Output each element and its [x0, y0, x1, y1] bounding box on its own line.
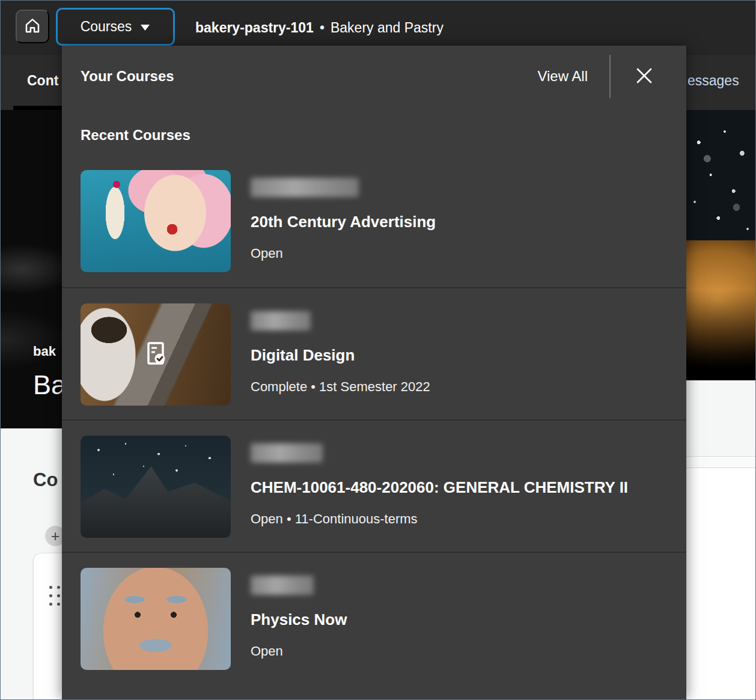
close-icon	[633, 65, 655, 88]
courses-button-label: Courses	[81, 19, 132, 35]
course-banner-right	[686, 110, 756, 380]
course-status: Open	[251, 246, 436, 261]
page-background-strip	[686, 380, 756, 457]
panel-title: Your Courses	[81, 68, 537, 85]
course-row-digital-design[interactable]: Digital Design Complete • 1st Semester 2…	[62, 287, 686, 419]
course-info: 20th Century Advertising Open	[251, 170, 436, 287]
breadcrumb-course-name: Bakery and Pastry	[331, 20, 444, 36]
course-title: 20th Century Advertising	[251, 212, 436, 232]
redacted-instructor-name	[251, 311, 311, 330]
course-thumbnail-advertising	[81, 170, 231, 272]
course-status: Open • 11-Continuous-terms	[251, 511, 628, 527]
course-info: Digital Design Complete • 1st Semester 2…	[251, 303, 430, 419]
redacted-instructor-name	[251, 178, 359, 197]
course-row-20th-century-advertising[interactable]: 20th Century Advertising Open	[62, 155, 686, 287]
tab-messages-partial[interactable]: essages	[687, 55, 739, 106]
drag-handle-icon[interactable]	[49, 586, 60, 606]
header-divider	[609, 55, 611, 98]
course-title: CHEM-10061-480-202060: GENERAL CHEMISTRY…	[251, 477, 628, 498]
course-title: Physics Now	[251, 609, 347, 630]
courses-dropdown-panel: Your Courses View All Recent Courses 20t…	[62, 46, 686, 700]
view-all-link[interactable]: View All	[537, 68, 588, 85]
course-thumbnail-coffee-notebook	[81, 303, 231, 406]
course-title: Digital Design	[251, 345, 430, 365]
home-button[interactable]	[16, 10, 49, 43]
course-info: CHEM-10061-480-202060: GENERAL CHEMISTRY…	[251, 436, 628, 552]
active-tab-underline	[13, 106, 62, 110]
caret-down-icon	[140, 19, 150, 35]
breadcrumb-course-id: bakery-pastry-101	[195, 20, 314, 36]
breadcrumb-separator: •	[320, 20, 325, 36]
course-thumbnail-einstein	[81, 568, 231, 670]
course-status: Complete • 1st Semester 2022	[251, 379, 430, 395]
course-info: Physics Now Open	[251, 568, 347, 684]
redacted-instructor-name	[251, 576, 314, 595]
content-card-right	[686, 468, 756, 700]
plus-icon: +	[51, 528, 60, 544]
home-icon	[23, 17, 41, 37]
course-thumbnail-night-mountain	[81, 436, 231, 538]
close-button[interactable]	[632, 64, 656, 88]
recent-courses-heading: Recent Courses	[81, 125, 686, 145]
content-card-edge	[686, 456, 756, 468]
courses-menu-button[interactable]: Courses	[56, 8, 175, 46]
panel-header: Your Courses View All	[62, 46, 686, 107]
course-row-general-chemistry[interactable]: CHEM-10061-480-202060: GENERAL CHEMISTRY…	[62, 419, 686, 552]
banner-course-id-partial: bak	[33, 344, 56, 359]
course-row-physics-now[interactable]: Physics Now Open	[62, 552, 686, 684]
banner-pastry-image	[686, 240, 756, 380]
course-status: Open	[251, 644, 347, 659]
page-heading-partial: Co	[33, 469, 58, 491]
document-check-icon	[141, 339, 170, 370]
banner-course-title-partial: Ba	[33, 370, 66, 401]
tab-content-partial[interactable]: Cont	[27, 55, 58, 106]
redacted-instructor-name	[251, 443, 323, 463]
